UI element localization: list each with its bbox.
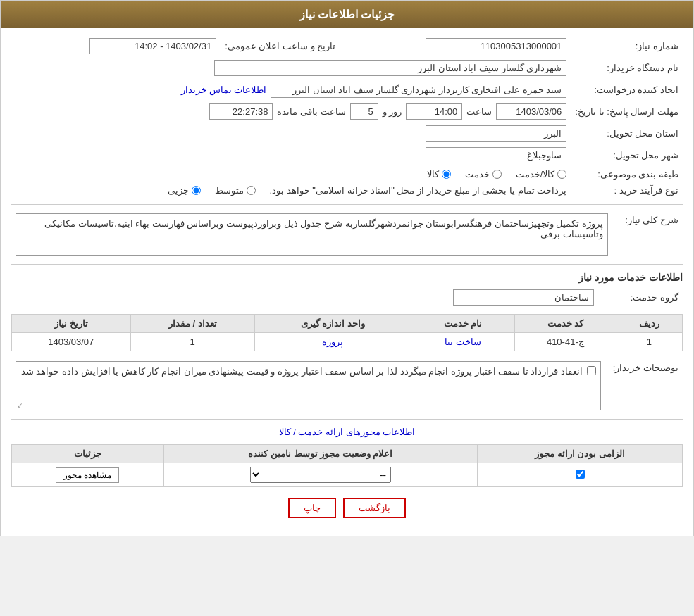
response-date-display: 1403/03/06 (496, 103, 566, 120)
city-display: ساوجبلاغ (426, 147, 566, 163)
main-info-table: شماره نیاز: 1103005313000001 تاریخ و ساع… (11, 35, 683, 199)
col-unit: واحد اندازه گیری (254, 315, 411, 333)
category-option-service[interactable]: خدمت (465, 169, 502, 180)
required-checkbox[interactable] (576, 470, 585, 479)
divider-1 (11, 204, 683, 205)
label-public-announce: تاریخ و ساعت اعلان عمومی: (221, 35, 340, 57)
cell-service-code: ج-41-410 (515, 333, 616, 351)
public-announce-display: 1403/02/31 - 14:02 (89, 38, 216, 54)
cell-need-date: 1403/03/07 (12, 333, 131, 351)
page-header: جزئیات اطلاعات نیاز (1, 1, 693, 28)
purchase-type-note: پرداخت تمام یا بخشی از مبلغ خریدار از مح… (270, 185, 567, 196)
province-display: البرز (426, 125, 566, 142)
response-time-display: 14:00 (406, 103, 462, 120)
purchase-type-option-medium[interactable]: متوسط (215, 185, 256, 196)
print-button[interactable]: چاپ (288, 498, 336, 518)
label-category: طبقه بندی موضوعی: (571, 166, 683, 182)
label-need-description: شرح کلی نیاز: (612, 210, 683, 258)
view-permit-button[interactable]: مشاهده مجوز (56, 467, 119, 483)
divider-3 (11, 419, 683, 420)
response-day-label: روز و (383, 106, 402, 117)
public-announce-value: 1403/02/31 - 14:02 (11, 35, 221, 57)
page-container: جزئیات اطلاعات نیاز شماره نیاز: 11030053… (0, 0, 694, 536)
services-section-title: اطلاعات خدمات مورد نیاز (11, 272, 683, 283)
response-time-label: ساعت (466, 106, 492, 117)
label-need-number: شماره نیاز: (571, 35, 683, 57)
buyer-org-display: شهرداری گلسار سیف اباد استان البرز (214, 60, 566, 76)
need-description-cell: پروژه تکمیل وتجهیزساختمان فرهنگسرابوستان… (11, 210, 612, 258)
label-province: استان محل تحویل: (571, 122, 683, 144)
cell-row-num: 1 (616, 333, 682, 351)
category-value: کالا/خدمت خدمت کالا (11, 166, 571, 182)
cell-quantity: 1 (130, 333, 254, 351)
purchase-type-label-minor: جزیی (168, 185, 189, 196)
permit-status-select[interactable]: -- (250, 467, 391, 483)
category-option-goods[interactable]: کالا (427, 169, 451, 180)
need-number-value: 1103005313000001 (340, 35, 571, 57)
col-permit-status: اعلام وضعیت مجوز توسط نامین کننده (163, 445, 478, 463)
label-service-group: گروه خدمت: (598, 287, 683, 308)
label-purchase-type: نوع فرآیند خرید : (571, 182, 683, 199)
permits-table: الزامی بودن ارائه مجوز اعلام وضعیت مجوز … (11, 444, 683, 487)
service-group-value: ساختمان (11, 287, 598, 308)
buyer-notes-text: انعقاد قرارداد تا سقف اعتبار پروژه انجام… (21, 366, 583, 377)
response-remaining-display: 22:27:38 (209, 103, 273, 120)
need-number-display: 1103005313000001 (426, 38, 566, 54)
back-button[interactable]: بازگشت (343, 498, 406, 518)
label-buyer-org: نام دستگاه خریدار: (571, 57, 683, 79)
contact-link[interactable]: اطلاعات تماس خریدار (181, 84, 266, 95)
response-days-display: 5 (350, 103, 378, 120)
services-table: ردیف کد خدمت نام خدمت واحد اندازه گیری ت… (11, 314, 683, 351)
city-value: ساوجبلاغ (11, 144, 571, 166)
cell-details: مشاهده مجوز (12, 463, 164, 487)
table-row: 1 ج-41-410 ساخت بنا پروژه 1 1403/03/07 (12, 333, 683, 351)
col-need-date: تاریخ نیاز (12, 315, 131, 333)
page-title: جزئیات اطلاعات نیاز (299, 8, 395, 20)
category-radio-group: کالا/خدمت خدمت کالا (16, 169, 566, 180)
need-description-display: پروژه تکمیل وتجهیزساختمان فرهنگسرابوستان… (16, 213, 608, 256)
table-row: -- مشاهده مجوز (12, 463, 683, 487)
purchase-type-value: پرداخت تمام یا بخشی از مبلغ خریدار از مح… (11, 182, 571, 199)
col-required: الزامی بودن ارائه مجوز (478, 445, 683, 463)
purchase-type-radio-group: پرداخت تمام یا بخشی از مبلغ خریدار از مح… (16, 185, 566, 196)
resize-handle-icon: ↙ (17, 401, 23, 409)
col-service-name: نام خدمت (411, 315, 515, 333)
purchase-type-label-medium: متوسط (215, 185, 244, 196)
purchase-type-radio-medium[interactable] (247, 186, 256, 195)
buyer-org-value: شهرداری گلسار سیف اباد استان البرز (11, 57, 571, 79)
category-option-goods-services[interactable]: کالا/خدمت (516, 169, 567, 180)
category-label-goods: کالا (427, 169, 439, 180)
divider-2 (11, 264, 683, 265)
cell-permit-status: -- (163, 463, 478, 487)
service-group-table: گروه خدمت: ساختمان (11, 287, 683, 308)
col-quantity: تعداد / مقدار (130, 315, 254, 333)
cell-service-name[interactable]: ساخت بنا (411, 333, 515, 351)
buyer-notes-checkbox[interactable] (587, 366, 596, 375)
purchase-type-radio-minor[interactable] (192, 186, 201, 195)
category-label-service: خدمت (465, 169, 490, 180)
service-group-display: ساختمان (453, 289, 594, 306)
cell-required (478, 463, 683, 487)
permits-section-title: اطلاعات مجوزهای ارائه خدمت / کالا (11, 427, 683, 437)
category-radio-goods[interactable] (442, 170, 451, 179)
creator-value: سید حمزه علی افتخاری کاربرداز شهرداری گل… (11, 79, 571, 101)
col-service-code: کد خدمت (515, 315, 616, 333)
cell-unit: پروژه (254, 333, 411, 351)
col-row-num: ردیف (616, 315, 682, 333)
response-remaining-label: ساعت باقی مانده (277, 106, 345, 117)
buyer-notes-table: توصیحات خریدار: انعقاد قرارداد تا سقف اع… (11, 358, 683, 413)
col-details: جزئیات (12, 445, 164, 463)
category-radio-goods-services[interactable] (557, 170, 566, 179)
label-city: شهر محل تحویل: (571, 144, 683, 166)
content-area: شماره نیاز: 1103005313000001 تاریخ و ساع… (1, 28, 693, 536)
bottom-buttons: بازگشت چاپ (11, 498, 683, 518)
buyer-notes-display: انعقاد قرارداد تا سقف اعتبار پروژه انجام… (16, 361, 601, 410)
purchase-type-option-minor[interactable]: جزیی (168, 185, 201, 196)
label-creator: ایجاد کننده درخواست: (571, 79, 683, 101)
category-radio-service[interactable] (492, 170, 502, 179)
buyer-notes-cell: انعقاد قرارداد تا سقف اعتبار پروژه انجام… (11, 358, 605, 413)
label-response-deadline: مهلت ارسال پاسخ: تا تاریخ: (571, 101, 683, 122)
label-buyer-notes: توصیحات خریدار: (605, 358, 683, 413)
province-value: البرز (11, 122, 571, 144)
response-deadline-value: 1403/03/06 ساعت 14:00 روز و 5 ساعت باقی … (11, 101, 571, 122)
